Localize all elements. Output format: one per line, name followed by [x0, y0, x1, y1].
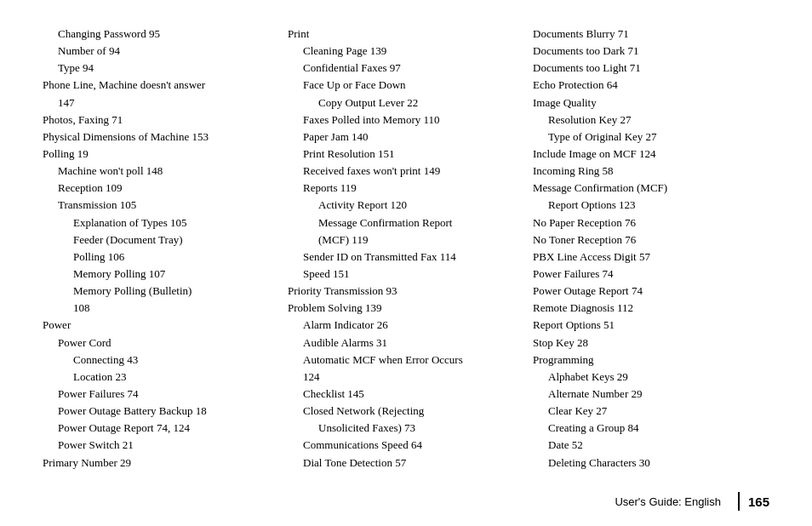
column-3: Documents Blurry 71Documents too Dark 71…: [533, 26, 769, 472]
index-entry: Photos, Faxing 71: [43, 111, 279, 129]
index-entry: Physical Dimensions of Machine 153: [43, 129, 279, 146]
index-entry: 147: [43, 94, 279, 111]
index-entry: Communications Speed 64: [288, 437, 524, 454]
index-entry: Print Resolution 151: [288, 146, 524, 163]
index-entry: Copy Output Lever 22: [288, 94, 524, 111]
index-entry: Stop Key 28: [533, 334, 769, 352]
index-entry: Power Failures 74: [533, 266, 769, 283]
index-entry: Priority Transmission 93: [288, 283, 524, 300]
index-entry: Reception 109: [43, 180, 279, 197]
index-entry: Primary Number 29: [43, 455, 279, 472]
index-entry: Power Outage Battery Backup 18: [43, 403, 279, 420]
index-entry: Machine won't poll 148: [43, 163, 279, 180]
index-entry: Power Outage Report 74, 124: [43, 420, 279, 437]
index-entry: Power Switch 21: [43, 437, 279, 454]
index-entry: Power: [43, 317, 279, 334]
index-entry: Type of Original Key 27: [533, 129, 769, 146]
index-entry: No Toner Reception 76: [533, 232, 769, 249]
index-entry: Checklist 145: [288, 386, 524, 403]
index-entry: Documents too Light 71: [533, 60, 769, 77]
index-entry: Cleaning Page 139: [288, 43, 524, 60]
index-entry: Clear Key 27: [533, 403, 769, 420]
index-entry: Problem Solving 139: [288, 300, 524, 317]
index-entry: Changing Password 95: [43, 26, 279, 43]
index-entry: Closed Network (Rejecting: [288, 403, 524, 420]
index-entry: Remote Diagnosis 112: [533, 300, 769, 317]
index-entry: Confidential Faxes 97: [288, 60, 524, 77]
index-entry: Connecting 43: [43, 352, 279, 369]
column-2: PrintCleaning Page 139Confidential Faxes…: [288, 26, 524, 472]
index-entry: 108: [43, 300, 279, 317]
index-entry: Date 52: [533, 437, 769, 454]
index-entry: Print: [288, 26, 524, 43]
index-columns: Changing Password 95Number of 94Type 94P…: [43, 26, 769, 472]
index-entry: Transmission 105: [43, 197, 279, 214]
index-entry: No Paper Reception 76: [533, 214, 769, 232]
index-entry: Documents Blurry 71: [533, 26, 769, 43]
index-entry: Paper Jam 140: [288, 129, 524, 146]
index-entry: Power Outage Report 74: [533, 283, 769, 300]
index-entry: Alternate Number 29: [533, 386, 769, 403]
index-entry: Documents too Dark 71: [533, 43, 769, 60]
footer: User's Guide: English 165: [615, 492, 769, 511]
index-entry: Memory Polling (Bulletin): [43, 283, 279, 300]
index-entry: Audible Alarms 31: [288, 334, 524, 352]
index-entry: Polling 19: [43, 146, 279, 163]
index-entry: Incoming Ring 58: [533, 163, 769, 180]
column-1: Changing Password 95Number of 94Type 94P…: [43, 26, 279, 472]
index-entry: Alphabet Keys 29: [533, 369, 769, 386]
index-entry: Location 23: [43, 369, 279, 386]
footer-text: User's Guide: English: [615, 495, 729, 508]
index-entry: Received faxes won't print 149: [288, 163, 524, 180]
index-entry: Sender ID on Transmitted Fax 114: [288, 249, 524, 266]
index-entry: Deleting Characters 30: [533, 455, 769, 472]
index-entry: Reports 119: [288, 180, 524, 197]
index-entry: Creating a Group 84: [533, 420, 769, 437]
index-entry: 124: [288, 369, 524, 386]
index-entry: Image Quality: [533, 94, 769, 111]
index-entry: Feeder (Document Tray): [43, 232, 279, 249]
index-entry: Message Confirmation (MCF): [533, 180, 769, 197]
index-entry: Memory Polling 107: [43, 266, 279, 283]
index-entry: Number of 94: [43, 43, 279, 60]
index-entry: Resolution Key 27: [533, 111, 769, 129]
index-entry: Automatic MCF when Error Occurs: [288, 352, 524, 369]
footer-page: 165: [748, 495, 769, 509]
index-entry: Explanation of Types 105: [43, 214, 279, 232]
index-entry: Power Cord: [43, 334, 279, 352]
index-entry: (MCF) 119: [288, 232, 524, 249]
index-entry: Message Confirmation Report: [288, 214, 524, 232]
footer-divider: [738, 492, 740, 511]
index-entry: Type 94: [43, 60, 279, 77]
index-entry: Echo Protection 64: [533, 77, 769, 94]
index-entry: Face Up or Face Down: [288, 77, 524, 94]
index-entry: Programming: [533, 352, 769, 369]
index-entry: Alarm Indicator 26: [288, 317, 524, 334]
index-entry: Report Options 123: [533, 197, 769, 214]
index-entry: Speed 151: [288, 266, 524, 283]
index-entry: Activity Report 120: [288, 197, 524, 214]
index-entry: Phone Line, Machine doesn't answer: [43, 77, 279, 94]
index-entry: Include Image on MCF 124: [533, 146, 769, 163]
index-entry: Faxes Polled into Memory 110: [288, 111, 524, 129]
index-entry: Report Options 51: [533, 317, 769, 334]
index-entry: Power Failures 74: [43, 386, 279, 403]
index-entry: PBX Line Access Digit 57: [533, 249, 769, 266]
index-entry: Dial Tone Detection 57: [288, 455, 524, 472]
index-entry: Unsolicited Faxes) 73: [288, 420, 524, 437]
index-entry: Polling 106: [43, 249, 279, 266]
page: Changing Password 95Number of 94Type 94P…: [0, 0, 812, 526]
